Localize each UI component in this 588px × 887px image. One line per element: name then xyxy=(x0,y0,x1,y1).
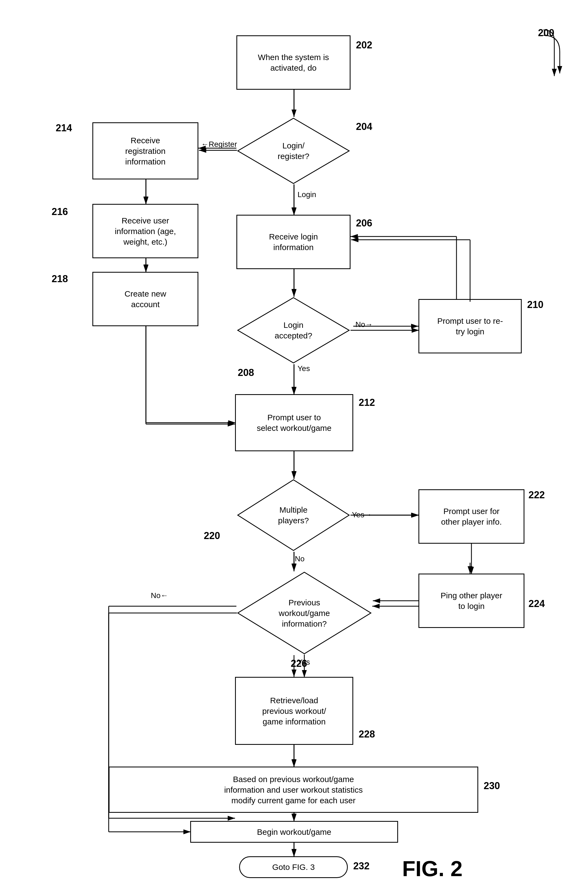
ref-224: 224 xyxy=(528,598,545,609)
begin-workout-text: Begin workout/game xyxy=(257,827,332,837)
login-accepted-text: Loginaccepted? xyxy=(275,320,312,341)
ref-222: 222 xyxy=(528,489,545,501)
ref-212: 212 xyxy=(358,397,375,408)
prompt-retry-text: Prompt user to re-try login xyxy=(437,315,503,337)
goto-fig3-terminal: Goto FIG. 3 xyxy=(239,856,348,878)
retrieve-load-text: Retrieve/loadprevious workout/game infor… xyxy=(262,695,326,727)
based-on-box: Based on previous workout/gameinformatio… xyxy=(109,767,478,813)
multiple-players-text: Multipleplayers? xyxy=(278,504,309,526)
begin-workout-box: Begin workout/game xyxy=(190,821,398,843)
multiple-players-diamond: Multipleplayers? xyxy=(236,479,351,552)
create-account-text: Create newaccount xyxy=(124,288,166,310)
login-label: Login xyxy=(297,190,316,199)
diagram-container: 200 When the system is activated, do 202… xyxy=(0,0,588,887)
prompt-workout-box: Prompt user toselect workout/game xyxy=(235,394,353,451)
prompt-workout-text: Prompt user toselect workout/game xyxy=(257,412,332,433)
yes-multi-label: Yes→ xyxy=(352,510,372,519)
receive-login-text: Receive logininformation xyxy=(269,231,318,252)
bracket-200 xyxy=(502,27,557,81)
login-register-diamond: Login/register? xyxy=(236,117,351,185)
receive-user-info-box: Receive userinformation (age,weight, etc… xyxy=(92,204,198,258)
ref-204: 204 xyxy=(356,121,372,132)
fig-label: FIG. 2 xyxy=(402,856,462,881)
previous-workout-diamond: Previousworkout/gameinformation? xyxy=(236,571,372,655)
start-text: When the system is activated, do xyxy=(240,52,347,73)
no-multi-label: No xyxy=(295,555,304,563)
ref-228: 228 xyxy=(358,728,375,740)
ref-210: 210 xyxy=(527,299,543,311)
based-on-text: Based on previous workout/gameinformatio… xyxy=(224,774,363,806)
login-accepted-diamond: Loginaccepted? xyxy=(236,296,351,364)
retrieve-load-box: Retrieve/loadprevious workout/game infor… xyxy=(235,677,353,745)
ping-other-player-box: Ping other playerto login xyxy=(418,573,524,628)
ref-202: 202 xyxy=(356,39,372,51)
start-box: When the system is activated, do xyxy=(236,35,351,90)
ref-218: 218 xyxy=(52,273,68,285)
receive-registration-text: Receiveregistrationinformation xyxy=(125,135,165,167)
yes-prev-label: Yes xyxy=(297,658,310,666)
ref-230: 230 xyxy=(484,780,500,792)
ref-206: 206 xyxy=(356,218,372,229)
goto-fig3-text: Goto FIG. 3 xyxy=(272,863,315,872)
login-register-text: Login/register? xyxy=(278,140,309,162)
ref-214: 214 xyxy=(56,122,72,134)
prompt-retry-box: Prompt user to re-try login xyxy=(418,299,522,353)
ping-other-player-text: Ping other playerto login xyxy=(441,590,502,611)
create-account-box: Create newaccount xyxy=(92,272,198,326)
receive-registration-box: Receiveregistrationinformation xyxy=(92,122,198,179)
receive-login-box: Receive logininformation xyxy=(236,215,351,269)
register-label: ←Register xyxy=(201,140,237,149)
no-login-label: No→ xyxy=(356,320,373,329)
no-prev-label: No← xyxy=(151,591,168,600)
yes-login-label: Yes xyxy=(297,364,310,373)
ref-232: 232 xyxy=(353,860,369,872)
prompt-other-player-text: Prompt user forother player info. xyxy=(441,506,502,527)
prompt-other-player-box: Prompt user forother player info. xyxy=(418,489,524,544)
ref-208: 208 xyxy=(238,367,254,378)
previous-workout-text: Previousworkout/gameinformation? xyxy=(279,597,330,629)
receive-user-info-text: Receive userinformation (age,weight, etc… xyxy=(115,215,176,247)
ref-220: 220 xyxy=(204,530,220,542)
ref-216: 216 xyxy=(52,206,68,218)
